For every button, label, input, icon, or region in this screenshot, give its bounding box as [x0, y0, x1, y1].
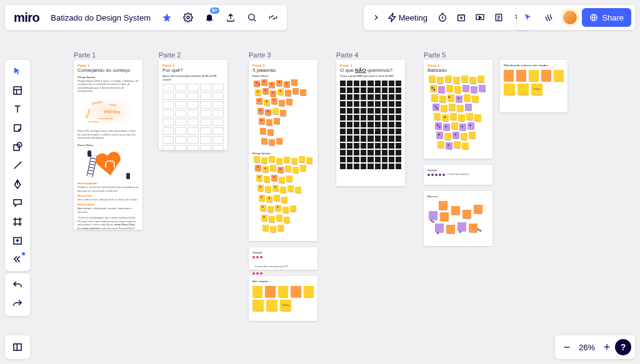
- wordcloud: produto padrões design componentes códig…: [79, 96, 137, 127]
- frame-votacao[interactable]: Votação 5 votos das suas palavras PD 5 v…: [249, 247, 318, 270]
- heading: Mais votados: [252, 280, 314, 283]
- section-label: Parte 3: [249, 51, 271, 59]
- section-label: Parte 1: [74, 51, 96, 59]
- comment-tool[interactable]: [5, 194, 30, 212]
- more-tools[interactable]: [5, 250, 30, 268]
- notifications-button[interactable]: 3+: [201, 9, 218, 26]
- globe-icon: [589, 13, 598, 22]
- line-tool-icon: [12, 160, 23, 171]
- minimap-icon: [12, 342, 23, 353]
- svg-point-0: [187, 16, 189, 19]
- body-text: Ser a edtech mais utilizada entre os alu…: [78, 198, 139, 202]
- present-button[interactable]: [471, 9, 489, 26]
- zoom-level[interactable]: 26%: [575, 343, 599, 352]
- frame-parte-2[interactable]: Parte 2 Por quê? Quais são os principais…: [159, 60, 228, 150]
- upload-tool[interactable]: [5, 231, 30, 250]
- row: Padrão: [504, 84, 564, 95]
- line-tool[interactable]: [5, 156, 30, 175]
- frame-title: Começando do começo: [78, 67, 139, 73]
- frame-parte-4[interactable]: Parte 4 O que NÃO queremos? O que a gent…: [336, 60, 405, 186]
- link-button[interactable]: [264, 9, 282, 26]
- settings-button[interactable]: [179, 9, 197, 26]
- templates-tool-icon: [12, 85, 23, 96]
- bolt-icon: [388, 12, 398, 22]
- svg-point-1: [249, 14, 254, 20]
- share-label: Share: [602, 13, 624, 22]
- top-left-toolbar: miro Batizado do Design System 3+: [5, 5, 287, 30]
- notes-button[interactable]: [490, 9, 508, 26]
- vote-dots: [252, 256, 314, 258]
- text-tool-icon: [12, 104, 23, 115]
- search-icon: [247, 12, 257, 22]
- notification-badge: 3+: [210, 7, 219, 14]
- sticky-cluster: [428, 199, 489, 241]
- select-tool[interactable]: [5, 62, 30, 81]
- zoom-in-button[interactable]: +: [599, 339, 615, 355]
- search-button[interactable]: [243, 9, 261, 26]
- frame-votacao-5[interactable]: Votação 5 votos por pessoa: [424, 165, 492, 185]
- miro-logo[interactable]: miro: [10, 11, 43, 25]
- body-text: Facilitar o acesso do conhecimento para …: [78, 185, 139, 192]
- section-label: Parte 2: [159, 51, 181, 59]
- frame-title: Batizado: [428, 67, 489, 73]
- shape-tool[interactable]: [5, 137, 30, 156]
- redo-button[interactable]: [5, 295, 30, 313]
- sticky-tool[interactable]: [5, 119, 30, 137]
- answer-grid: ··············· ··············· ········…: [162, 84, 224, 152]
- frame-parte-5[interactable]: Parte 5 Batizado: [424, 60, 492, 159]
- sticky-cluster: [428, 74, 489, 155]
- shape-tool-icon: [12, 141, 23, 152]
- zoom-controls: − 26% + ?: [555, 335, 635, 359]
- voting-button[interactable]: [452, 9, 470, 26]
- expand-button[interactable]: [368, 9, 385, 26]
- frame-parte-3[interactable]: Parte 3 5 palavras Passei Direto: [249, 60, 318, 241]
- svg-rect-7: [14, 87, 21, 94]
- add-participant-icon: [456, 12, 466, 22]
- heading: Votação: [252, 251, 314, 255]
- user-avatar[interactable]: [562, 9, 578, 26]
- facilitation-toolbar: Meeting: [364, 5, 530, 30]
- body-text: Nosso DS consegue trazer, além de padrõe…: [78, 129, 139, 140]
- help-button[interactable]: ?: [615, 339, 631, 355]
- bell-icon: [204, 12, 214, 22]
- body-text: Design System (DS) é marca, é código, é …: [78, 79, 139, 93]
- pen-tool[interactable]: [5, 175, 30, 194]
- undo-button[interactable]: [5, 276, 30, 295]
- frame-mais-vot-5[interactable]: Mais vot: [424, 191, 492, 246]
- heading: Relembrando: palavras mais votadas: [504, 64, 564, 67]
- zoom-out-button[interactable]: −: [559, 339, 575, 355]
- frame-relembrando[interactable]: Relembrando: palavras mais votadas Padrã…: [500, 60, 568, 112]
- subheading: Quais são os principais motivos do DS da…: [162, 74, 224, 81]
- templates-tool[interactable]: [5, 81, 30, 100]
- meeting-button[interactable]: Meeting: [386, 9, 432, 26]
- link-icon: [268, 12, 278, 22]
- hide-cursors-button[interactable]: [519, 9, 537, 26]
- star-button[interactable]: [158, 9, 176, 26]
- collab-toolbar: Share: [517, 5, 635, 30]
- frame-tool[interactable]: [5, 212, 30, 231]
- share-button[interactable]: Share: [582, 8, 631, 27]
- illustration-heart: [86, 149, 130, 179]
- body-text: "Creio em visualizações que a nome insti…: [78, 216, 139, 230]
- text-tool[interactable]: [5, 100, 30, 119]
- svg-rect-8: [14, 145, 19, 150]
- vote-dots: [428, 174, 445, 176]
- notes-icon: [494, 12, 504, 22]
- reactions-icon: [544, 12, 554, 22]
- export-button[interactable]: [222, 9, 239, 26]
- body-text: Aprendizado, colaboração, ousadia, inqui…: [78, 207, 139, 214]
- black-sticky-grid: [340, 81, 401, 169]
- collab-cursor-icon: [523, 12, 533, 22]
- row: Padrão: [252, 300, 314, 311]
- reactions-button[interactable]: [541, 9, 558, 26]
- frame-mais-votados[interactable]: Mais votados Padrão: [249, 276, 318, 321]
- tools-toolbar: [5, 60, 30, 271]
- export-icon: [226, 12, 236, 22]
- sticky-cluster: [252, 78, 314, 150]
- minimap-button[interactable]: [5, 335, 30, 359]
- timer-button[interactable]: [434, 9, 451, 26]
- legend: 5 votos por pessoa: [448, 172, 469, 176]
- board-title[interactable]: Batizado do Design System: [47, 13, 154, 22]
- frame-parte-1[interactable]: Parte 1 Começando do começo Design Syste…: [74, 60, 142, 230]
- board-canvas[interactable]: Parte 1 Parte 1 Começando do começo Desi…: [0, 0, 640, 364]
